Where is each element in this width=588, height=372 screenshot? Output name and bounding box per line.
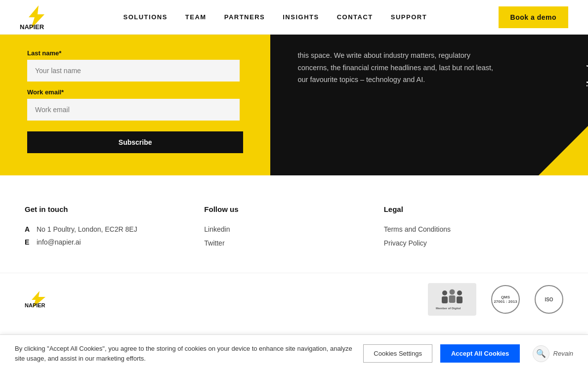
svg-rect-9 bbox=[457, 296, 462, 303]
footer-bottom: NAPIER Member of Digital QMS 27001 : 201… bbox=[0, 273, 588, 326]
nav-contact[interactable]: CONTACT bbox=[337, 13, 373, 21]
header: NAPIER SOLUTIONS TEAM PARTNERS INSIGHTS … bbox=[0, 0, 588, 35]
svg-text:Member of Digital: Member of Digital bbox=[436, 307, 461, 310]
footer-address-row: A No 1 Poultry, London, EC2R 8EJ bbox=[25, 225, 204, 233]
footer-address-text: No 1 Poultry, London, EC2R 8EJ bbox=[37, 225, 137, 233]
terms-conditions-link[interactable]: Terms and Conditions bbox=[384, 225, 563, 233]
svg-text:NAPIER: NAPIER bbox=[25, 302, 45, 308]
svg-point-4 bbox=[442, 290, 447, 295]
last-name-label: Last name* bbox=[27, 49, 243, 57]
email-label: E bbox=[25, 238, 32, 246]
iso-badge: ISO bbox=[535, 285, 563, 314]
svg-point-8 bbox=[457, 290, 462, 295]
svg-rect-7 bbox=[449, 295, 456, 303]
legal-heading: Legal bbox=[384, 205, 563, 213]
twitter-link[interactable]: Twitter bbox=[204, 239, 383, 247]
logo[interactable]: NAPIER bbox=[20, 4, 52, 30]
svg-point-6 bbox=[450, 289, 455, 295]
book-demo-button[interactable]: Book a demo bbox=[499, 6, 568, 28]
privacy-policy-link[interactable]: Privacy Policy bbox=[384, 239, 563, 247]
footer-email-link[interactable]: info@napier.ai bbox=[37, 238, 81, 246]
address-label: A bbox=[25, 225, 32, 233]
follow-us-heading: Follow us bbox=[204, 205, 383, 213]
hero-section: Last name* Work email* Subscribe this sp… bbox=[0, 35, 588, 175]
qms-text: QMS bbox=[501, 295, 510, 299]
nav-team[interactable]: TEAM bbox=[185, 13, 207, 21]
main-nav: SOLUTIONS TEAM PARTNERS INSIGHTS CONTACT… bbox=[124, 13, 427, 21]
last-name-input[interactable] bbox=[27, 60, 240, 82]
linkedin-link[interactable]: Linkedin bbox=[204, 225, 383, 233]
subscribe-form-area: Last name* Work email* Subscribe bbox=[0, 35, 270, 175]
work-email-label: Work email* bbox=[27, 88, 243, 96]
last-name-group: Last name* bbox=[27, 49, 243, 82]
iso-text: ISO bbox=[545, 297, 553, 302]
qms-number: 27001 : 2013 bbox=[494, 299, 517, 304]
hero-content-area: this space. We write about industry matt… bbox=[270, 35, 588, 175]
yellow-triangle-decoration bbox=[534, 121, 588, 175]
certification-logos: Member of Digital QMS 27001 : 2013 ISO bbox=[428, 283, 563, 316]
footer-email-row: E info@napier.ai bbox=[25, 238, 204, 246]
irta-badge: Member of Digital bbox=[428, 283, 476, 316]
nav-partners[interactable]: PARTNERS bbox=[224, 13, 265, 21]
qms-badge: QMS 27001 : 2013 bbox=[491, 285, 520, 314]
nav-insights[interactable]: INSIGHTS bbox=[283, 13, 319, 21]
footer-get-in-touch: Get in touch A No 1 Poultry, London, EC2… bbox=[25, 205, 204, 253]
subscribe-button[interactable]: Subscribe bbox=[27, 131, 243, 153]
work-email-input[interactable] bbox=[27, 99, 240, 121]
footer-legal: Legal Terms and Conditions Privacy Polic… bbox=[384, 205, 563, 253]
get-in-touch-heading: Get in touch bbox=[25, 205, 204, 213]
vertical-subscribe-text: scribe./ bbox=[585, 64, 588, 103]
svg-text:NAPIER: NAPIER bbox=[20, 23, 44, 30]
nav-support[interactable]: SUPPORT bbox=[391, 13, 427, 21]
footer-main: Get in touch A No 1 Poultry, London, EC2… bbox=[0, 175, 588, 273]
svg-rect-5 bbox=[442, 296, 448, 303]
hero-description: this space. We write about industry matt… bbox=[297, 49, 495, 86]
footer-follow-us: Follow us Linkedin Twitter bbox=[204, 205, 383, 253]
work-email-group: Work email* bbox=[27, 88, 243, 121]
nav-solutions[interactable]: SOLUTIONS bbox=[124, 13, 168, 21]
footer-bottom-logo[interactable]: NAPIER bbox=[25, 290, 72, 309]
